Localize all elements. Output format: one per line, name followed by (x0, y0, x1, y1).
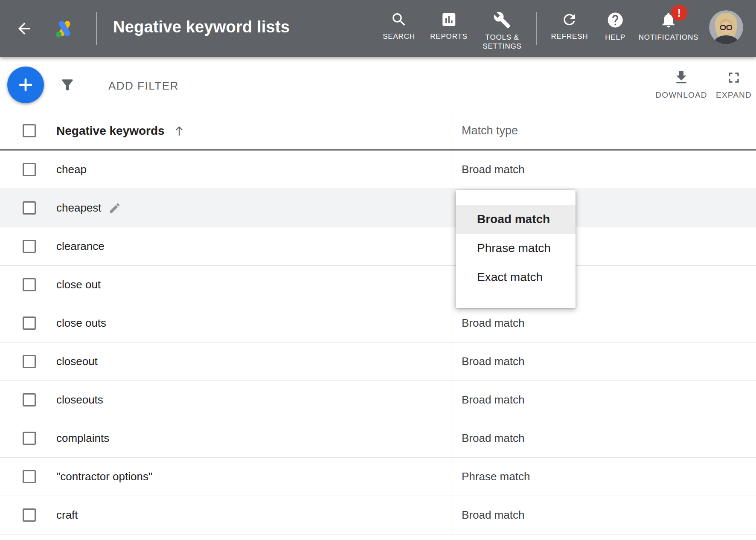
appbar-help-label: HELP (605, 33, 625, 42)
match-type-value[interactable]: Broad match (453, 419, 756, 457)
appbar-refresh-label: REFRESH (551, 32, 588, 41)
menu-item-phrase-match[interactable]: Phrase match (456, 234, 576, 263)
match-type-value[interactable]: Broad match (453, 304, 756, 342)
keyword-text: craft (56, 508, 78, 522)
table-row-editing[interactable]: cheapest (0, 189, 756, 227)
appbar-notifications-label: NOTIFICATIONS (639, 33, 698, 42)
appbar-refresh-button[interactable]: REFRESH (551, 11, 588, 41)
table-toolbar: ADD FILTER DOWNLOAD EXPAND (0, 57, 756, 113)
appbar-reports-label: REPORTS (430, 32, 467, 41)
edit-pencil-icon[interactable] (108, 202, 121, 215)
refresh-icon (561, 11, 578, 28)
match-type-value[interactable]: Broad match (453, 151, 756, 189)
table-row[interactable]: closeout Broad match (0, 343, 756, 381)
match-type-value[interactable]: Broad match (453, 496, 756, 534)
table-row[interactable]: close outs Broad match (0, 304, 756, 343)
row-checkbox[interactable] (23, 355, 36, 368)
table-row[interactable]: "contractor options" Phrase match (0, 458, 756, 496)
google-ads-logo-icon (54, 18, 75, 39)
keyword-text: cheapest (56, 201, 102, 215)
wrench-icon (493, 11, 511, 29)
table-row[interactable]: craft Broad match (0, 496, 756, 534)
row-checkbox[interactable] (23, 278, 36, 291)
account-avatar[interactable] (709, 10, 743, 44)
search-icon (390, 11, 407, 28)
app-bar: Negative keyword lists SEARCH REPORTS TO… (0, 0, 756, 57)
row-checkbox[interactable] (23, 470, 36, 483)
negative-keywords-table: Negative keywords Match type cheap Broad… (0, 112, 756, 540)
row-checkbox[interactable] (23, 508, 36, 522)
match-type-value[interactable]: Broad match (453, 381, 756, 419)
appbar-search-button[interactable]: SEARCH (383, 11, 415, 41)
appbar-reports-button[interactable]: REPORTS (430, 11, 467, 41)
keyword-text: closeouts (56, 393, 103, 406)
row-checkbox[interactable] (23, 432, 36, 445)
google-ads-negative-keywords-page: Negative keyword lists SEARCH REPORTS TO… (0, 0, 756, 540)
download-label: DOWNLOAD (655, 90, 707, 100)
appbar-tools-settings-label: TOOLS & SETTINGS (474, 33, 530, 51)
add-keyword-button[interactable] (7, 67, 44, 103)
appbar-help-button[interactable]: HELP (605, 11, 625, 42)
back-button[interactable] (15, 20, 33, 38)
appbar-tools-settings-button[interactable]: TOOLS & SETTINGS (474, 11, 530, 51)
table-header-row: Negative keywords Match type (0, 112, 756, 151)
add-filter-button[interactable]: ADD FILTER (108, 79, 179, 93)
column-header-negative-keywords[interactable]: Negative keywords (56, 124, 165, 138)
row-checkbox[interactable] (23, 393, 36, 406)
row-checkbox[interactable] (23, 240, 36, 253)
table-row[interactable]: close out (0, 266, 756, 304)
expand-button[interactable]: EXPAND (706, 69, 756, 100)
add-icon (16, 75, 35, 94)
match-type-value[interactable]: Broad match (453, 343, 756, 380)
page-title: Negative keyword lists (113, 18, 290, 36)
row-checkbox[interactable] (23, 316, 36, 330)
match-type-value[interactable]: Phrase match (453, 458, 756, 496)
row-checkbox[interactable] (23, 163, 36, 176)
column-header-match-type[interactable]: Match type (453, 112, 756, 149)
appbar-search-label: SEARCH (383, 32, 415, 41)
expand-icon (725, 69, 742, 86)
table-row[interactable]: cheap Broad match (0, 151, 756, 189)
keyword-text: complaints (56, 432, 109, 445)
expand-label: EXPAND (716, 90, 752, 100)
download-button[interactable]: DOWNLOAD (654, 69, 709, 100)
help-icon (606, 11, 624, 29)
keyword-text: closeout (56, 355, 98, 368)
table-row[interactable]: complaints Broad match (0, 419, 756, 458)
download-icon (673, 69, 690, 86)
appbar-divider (536, 12, 537, 45)
appbar-divider (96, 12, 97, 45)
avatar-photo-icon (709, 10, 743, 44)
sort-ascending-icon[interactable] (172, 124, 186, 138)
table-row[interactable]: clearance (0, 227, 756, 266)
keyword-text: clearance (56, 240, 105, 253)
table-row-partial (0, 534, 756, 540)
keyword-text: close out (56, 278, 101, 291)
menu-item-broad-match[interactable]: Broad match (456, 205, 576, 234)
keyword-text: close outs (56, 316, 106, 330)
filter-funnel-icon (59, 77, 76, 93)
reports-icon (440, 11, 457, 28)
notification-badge: ! (671, 5, 687, 21)
table-row[interactable]: closeouts Broad match (0, 381, 756, 419)
keyword-text: "contractor options" (56, 470, 152, 483)
match-type-menu: Broad match Phrase match Exact match (456, 190, 576, 308)
appbar-notifications-button[interactable]: NOTIFICATIONS (639, 11, 698, 42)
menu-item-exact-match[interactable]: Exact match (456, 263, 576, 292)
arrow-back-icon (15, 20, 33, 38)
filter-button[interactable] (59, 77, 76, 95)
select-all-checkbox[interactable] (23, 124, 36, 137)
keyword-text: cheap (56, 163, 87, 176)
row-checkbox[interactable] (23, 201, 36, 215)
